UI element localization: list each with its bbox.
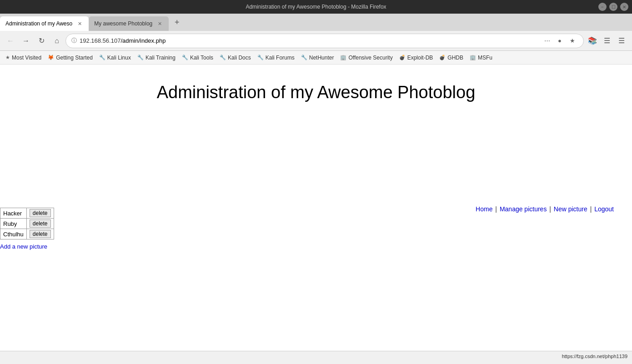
statusbar: https://fzg.csdn.net/phph1139 [0, 351, 632, 361]
address-host: 192.168.56.107 [80, 37, 120, 44]
page-title-area: Administration of my Awesome Photoblog [0, 65, 632, 111]
bookmark-kali-training[interactable]: 🔧 Kali Training [135, 54, 178, 62]
bookmark-exploit-db-label: Exploit-DB [407, 55, 433, 61]
bookmark-kali-forums-label: Kali Forums [266, 55, 295, 61]
titlebar: Administration of my Awesome Photoblog -… [0, 0, 632, 14]
bookmark-getting-started-label: Getting Started [56, 55, 93, 61]
ghdb-icon: 💣 [439, 55, 446, 60]
picture-delete-cell: delete [26, 208, 54, 219]
close-button[interactable]: ✕ [620, 3, 628, 11]
bookmark-star-button[interactable]: ★ [567, 35, 578, 46]
bookmark-kali-forums[interactable]: 🔧 Kali Forums [255, 54, 297, 62]
back-button[interactable]: ← [4, 34, 17, 48]
table-row: Rubydelete [0, 219, 54, 229]
forward-button[interactable]: → [19, 34, 33, 48]
add-new-picture-link[interactable]: Add a new picture [0, 242, 54, 251]
library-button[interactable]: 📚 [586, 34, 599, 48]
page-content: Administration of my Awesome Photoblog H… [0, 65, 632, 351]
home-button[interactable]: ⌂ [50, 34, 64, 48]
bookmark-ghdb[interactable]: 💣 GHDB [436, 54, 466, 62]
new-tab-button[interactable]: + [171, 16, 183, 29]
status-url: https://fzg.csdn.net/phph1139 [562, 354, 627, 359]
tab-admin[interactable]: Administration of my Aweso ✕ [0, 16, 89, 31]
address-text: 192.168.56.107/admin/index.php [80, 37, 539, 44]
most-visited-icon: ★ [5, 55, 10, 60]
picture-list: HackerdeleteRubydeleteCthulhudelete Add … [0, 208, 54, 251]
bookmark-kali-training-label: Kali Training [145, 55, 176, 61]
reload-button[interactable]: ↻ [35, 34, 48, 48]
table-row: Hackerdelete [0, 208, 54, 219]
menu-button[interactable]: ☰ [615, 34, 628, 48]
bookmark-nethunter-label: NetHunter [309, 55, 334, 61]
bookmarks-bar: ★ Most Visited 🦊 Getting Started 🔧 Kali … [0, 51, 632, 65]
bookmark-kali-linux-label: Kali Linux [107, 55, 131, 61]
bookmark-most-visited-label: Most Visited [12, 55, 41, 61]
security-icon: ⓘ [71, 37, 77, 45]
bookmark-kali-docs-label: Kali Docs [228, 55, 251, 61]
nav-right-buttons: 📚 ☰ ☰ [586, 34, 628, 48]
bookmark-kali-tools-label: Kali Tools [190, 55, 213, 61]
tab-photoblog[interactable]: My awesome Photoblog ✕ [89, 16, 169, 31]
table-row: Cthulhudelete [0, 229, 54, 239]
bookmark-offensive-security-label: Offensive Security [348, 55, 392, 61]
navbar: ← → ↻ ⌂ ⓘ 192.168.56.107/admin/index.php… [0, 31, 632, 51]
kali-tools-icon: 🔧 [182, 55, 188, 60]
nav-manage-link[interactable]: Manage pictures [500, 205, 547, 213]
tab-admin-close[interactable]: ✕ [76, 20, 83, 27]
kali-linux-icon: 🔧 [99, 55, 105, 60]
exploit-db-icon: 💣 [399, 55, 406, 60]
picture-delete-cell: delete [26, 219, 54, 229]
offensive-security-icon: 🏢 [340, 55, 346, 60]
bookmark-nethunter[interactable]: 🔧 NetHunter [298, 54, 337, 62]
window-controls: − ☐ ✕ [598, 3, 628, 11]
msfu-icon: 🏢 [470, 55, 476, 60]
nav-logout-link[interactable]: Logout [594, 205, 614, 213]
tab-admin-label: Administration of my Aweso [5, 20, 72, 27]
bookmark-msfu[interactable]: 🏢 MSFu [467, 54, 495, 62]
minimize-button[interactable]: − [598, 3, 607, 11]
delete-button[interactable]: delete [30, 230, 51, 238]
window-title: Administration of my Awesome Photoblog -… [246, 4, 386, 10]
picture-name: Cthulhu [0, 229, 27, 239]
more-button[interactable]: ⋯ [542, 35, 552, 46]
kali-training-icon: 🔧 [137, 55, 144, 60]
sidebar-button[interactable]: ☰ [600, 34, 614, 48]
kali-docs-icon: 🔧 [220, 55, 226, 60]
address-path: /admin/index.php [120, 37, 166, 44]
page-title: Administration of my Awesome Photoblog [9, 83, 623, 102]
picture-name: Ruby [0, 219, 27, 229]
tabbar: Administration of my Aweso ✕ My awesome … [0, 14, 632, 31]
bookmark-ghdb-label: GHDB [447, 55, 463, 61]
nav-new-link[interactable]: New picture [554, 205, 587, 213]
bookmark-msfu-label: MSFu [478, 55, 492, 61]
picture-name: Hacker [0, 208, 27, 219]
delete-button[interactable]: delete [30, 219, 51, 228]
tab-photoblog-label: My awesome Photoblog [94, 20, 152, 27]
bookmark-exploit-db[interactable]: 💣 Exploit-DB [396, 54, 436, 62]
bookmark-kali-docs[interactable]: 🔧 Kali Docs [217, 54, 254, 62]
address-icons: ⋯ ● ★ [542, 35, 578, 46]
bookmark-offensive-security[interactable]: 🏢 Offensive Security [337, 54, 395, 62]
page-nav: Home | Manage pictures | New picture | L… [476, 205, 614, 213]
pictures-table: HackerdeleteRubydeleteCthulhudelete [0, 208, 54, 239]
getting-started-icon: 🦊 [48, 55, 54, 60]
address-bar[interactable]: ⓘ 192.168.56.107/admin/index.php ⋯ ● ★ [65, 34, 584, 48]
bookmark-most-visited[interactable]: ★ Most Visited [3, 54, 44, 62]
bookmark-kali-tools[interactable]: 🔧 Kali Tools [179, 54, 216, 62]
pocket-button[interactable]: ● [554, 35, 565, 46]
nethunter-icon: 🔧 [301, 55, 307, 60]
bookmark-getting-started[interactable]: 🦊 Getting Started [45, 54, 95, 62]
picture-delete-cell: delete [26, 229, 54, 239]
tab-photoblog-close[interactable]: ✕ [156, 20, 163, 27]
bookmark-kali-linux[interactable]: 🔧 Kali Linux [96, 54, 134, 62]
delete-button[interactable]: delete [30, 209, 51, 217]
maximize-button[interactable]: ☐ [609, 3, 617, 11]
kali-forums-icon: 🔧 [257, 55, 264, 60]
nav-home-link[interactable]: Home [476, 205, 492, 213]
